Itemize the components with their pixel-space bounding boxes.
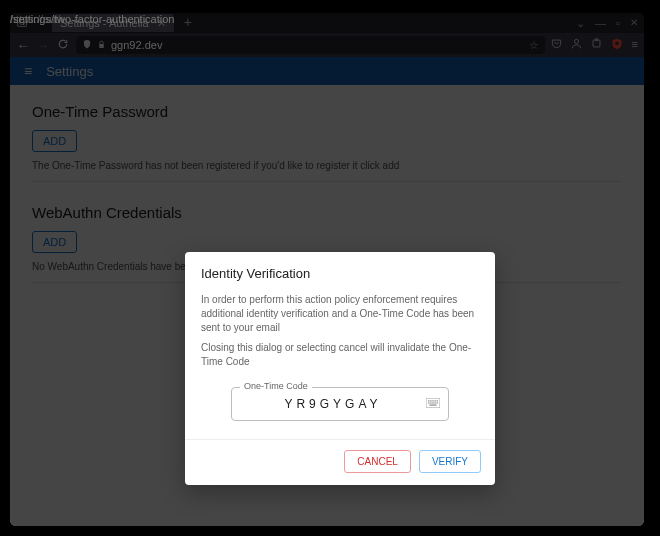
cancel-button[interactable]: CANCEL: [344, 450, 411, 473]
svg-rect-9: [430, 400, 431, 401]
dialog-actions: CANCEL VERIFY: [185, 439, 495, 485]
dialog-text-2: Closing this dialog or selecting cancel …: [201, 341, 479, 369]
keyboard-icon[interactable]: [426, 397, 440, 411]
svg-rect-13: [428, 402, 429, 403]
otp-field-label: One-Time Code: [240, 381, 312, 391]
url-bar[interactable]: https://auth.ggn92.dev/settings/two-fact…: [76, 36, 545, 54]
verify-button[interactable]: VERIFY: [419, 450, 481, 473]
svg-rect-17: [437, 402, 438, 403]
svg-rect-11: [434, 400, 435, 401]
navbar: ← → https://auth.ggn92.dev/settings/two-…: [10, 33, 644, 57]
svg-rect-18: [430, 404, 437, 405]
svg-rect-8: [428, 400, 429, 401]
dialog-title: Identity Verification: [201, 266, 479, 281]
otp-field-wrap: One-Time Code: [231, 387, 449, 421]
dialog-text-1: In order to perform this action policy e…: [201, 293, 479, 335]
page-viewport: ≡ Settings One-Time Password ADD The One…: [10, 57, 644, 526]
svg-rect-16: [434, 402, 435, 403]
otp-input[interactable]: [240, 397, 426, 411]
svg-rect-12: [437, 400, 438, 401]
svg-rect-14: [430, 402, 431, 403]
identity-verification-dialog: Identity Verification In order to perfor…: [185, 252, 495, 485]
url-text: https://auth.ggn92.dev/settings/two-fact…: [111, 39, 524, 51]
svg-rect-15: [432, 402, 433, 403]
dialog-body: Identity Verification In order to perfor…: [185, 252, 495, 439]
browser-window: Settings - Authelia ✕ + ⌄ ― ▫ ✕ ← → http…: [10, 13, 644, 526]
svg-rect-10: [432, 400, 433, 401]
